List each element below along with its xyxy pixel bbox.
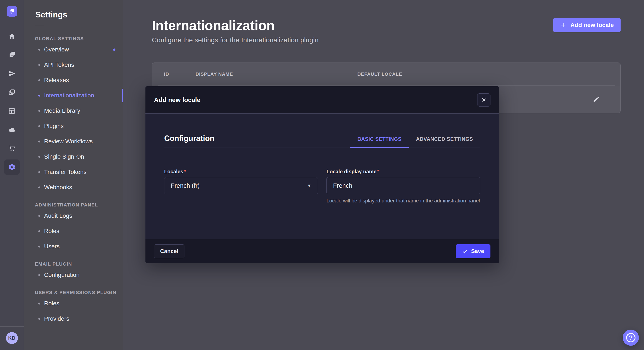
- locales-select[interactable]: French (fr) ▼: [164, 177, 318, 194]
- bullet-icon: [38, 156, 40, 158]
- user-avatar[interactable]: KD: [6, 332, 18, 344]
- bullet-icon: [38, 318, 40, 320]
- display-name-label: Locale display name: [326, 169, 376, 175]
- avatar-divider: [0, 326, 24, 327]
- bullet-icon: [38, 110, 40, 112]
- tab-basic-settings[interactable]: BASIC SETTINGS: [350, 136, 409, 148]
- settings-sidebar: Settings GLOBAL SETTINGS Overview API To…: [24, 0, 123, 350]
- feather-icon[interactable]: [4, 47, 20, 62]
- sidebar-item-single-sign-on[interactable]: Single Sign-On: [24, 149, 123, 164]
- sidebar-item-internationalization[interactable]: Internationalization: [24, 88, 123, 103]
- bullet-icon: [38, 49, 40, 51]
- main-icon-sidebar: KD: [0, 0, 24, 350]
- question-mark-icon: ?: [626, 333, 636, 342]
- save-button[interactable]: Save: [456, 244, 490, 258]
- bullet-icon: [38, 79, 40, 81]
- tab-advanced-settings[interactable]: ADVANCED SETTINGS: [409, 136, 480, 148]
- table-header-row: ID DISPLAY NAME DEFAULT LOCALE: [152, 63, 620, 85]
- sidebar-item-admin-roles[interactable]: Roles: [24, 223, 123, 239]
- settings-tabs: BASIC SETTINGS ADVANCED SETTINGS: [350, 136, 480, 148]
- bullet-icon: [38, 186, 40, 188]
- settings-gear-icon[interactable]: [4, 160, 20, 175]
- sidebar-item-email-configuration[interactable]: Configuration: [24, 267, 123, 283]
- modal-body: Configuration BASIC SETTINGS ADVANCED SE…: [146, 114, 499, 239]
- sidebar-item-review-workflows[interactable]: Review Workflows: [24, 134, 123, 149]
- section-global-settings: GLOBAL SETTINGS: [24, 35, 123, 42]
- modal-title: Add new locale: [154, 96, 200, 104]
- sidebar-item-plugins[interactable]: Plugins: [24, 118, 123, 134]
- edit-locale-button[interactable]: [590, 94, 602, 105]
- pencil-icon: [592, 96, 600, 103]
- bullet-icon: [38, 246, 40, 247]
- images-icon[interactable]: [4, 85, 20, 100]
- required-asterisk: *: [184, 169, 186, 175]
- strapi-admin-app: KD Settings GLOBAL SETTINGS Overview API…: [0, 0, 644, 350]
- cancel-button[interactable]: Cancel: [154, 244, 184, 258]
- title-rule: [35, 26, 44, 26]
- locales-field: Locales* French (fr) ▼: [164, 169, 318, 204]
- close-modal-button[interactable]: [477, 93, 490, 107]
- modal-header: Add new locale: [146, 86, 499, 114]
- check-icon: [462, 249, 468, 254]
- send-icon[interactable]: [4, 66, 20, 81]
- sidebar-item-webhooks[interactable]: Webhooks: [24, 180, 123, 195]
- column-header-id: ID: [164, 71, 196, 77]
- sidebar-item-releases[interactable]: Releases: [24, 72, 123, 88]
- bullet-icon: [38, 171, 40, 173]
- notification-dot: [113, 48, 116, 51]
- cloud-icon[interactable]: [4, 122, 20, 137]
- add-locale-modal: Add new locale Configuration BASIC SETTI…: [146, 86, 499, 263]
- plus-icon: [560, 22, 566, 28]
- locales-label: Locales: [164, 169, 183, 175]
- page-title: Internationalization: [152, 18, 318, 33]
- sidebar-item-up-providers[interactable]: Providers: [24, 311, 123, 326]
- bullet-icon: [38, 95, 40, 97]
- help-button[interactable]: ?: [623, 330, 639, 346]
- close-icon: [481, 97, 486, 103]
- bullet-icon: [38, 215, 40, 217]
- section-users-permissions-plugin: USERS & PERMISSIONS PLUGIN: [24, 289, 123, 296]
- section-administration-panel: ADMINISTRATION PANEL: [24, 202, 123, 208]
- required-asterisk: *: [377, 169, 379, 175]
- sidebar-item-audit-logs[interactable]: Audit Logs: [24, 208, 123, 223]
- sidebar-item-transfer-tokens[interactable]: Transfer Tokens: [24, 164, 123, 180]
- chevron-down-icon: ▼: [307, 183, 311, 188]
- add-new-locale-button[interactable]: Add new locale: [553, 18, 620, 32]
- section-email-plugin: EMAIL PLUGIN: [24, 261, 123, 267]
- column-header-display-name: DISPLAY NAME: [196, 71, 357, 77]
- bullet-icon: [38, 64, 40, 66]
- sidebar-item-overview[interactable]: Overview: [24, 42, 123, 57]
- home-icon[interactable]: [4, 28, 20, 44]
- modal-footer: Cancel Save: [146, 239, 499, 263]
- sidebar-item-admin-users[interactable]: Users: [24, 239, 123, 254]
- bullet-icon: [38, 125, 40, 127]
- column-header-default-locale: DEFAULT LOCALE: [357, 71, 574, 77]
- cart-icon[interactable]: [4, 141, 20, 156]
- main-nav-icons: [4, 28, 20, 175]
- bullet-icon: [38, 141, 40, 143]
- display-name-input[interactable]: [326, 177, 480, 194]
- layout-icon[interactable]: [4, 103, 20, 119]
- sidebar-item-api-tokens[interactable]: API Tokens: [24, 57, 123, 72]
- sidebar-item-up-roles[interactable]: Roles: [24, 296, 123, 311]
- sidebar-item-media-library[interactable]: Media Library: [24, 103, 123, 118]
- configuration-heading: Configuration: [164, 134, 214, 148]
- strapi-logo[interactable]: [6, 6, 17, 16]
- settings-sidebar-title: Settings: [24, 10, 123, 19]
- strapi-logo-icon: [7, 6, 17, 16]
- page-subtitle: Configure the settings for the Internati…: [152, 36, 318, 44]
- bullet-icon: [38, 303, 40, 305]
- bullet-icon: [38, 274, 40, 276]
- display-name-field: Locale display name* Locale will be disp…: [326, 169, 480, 204]
- bullet-icon: [38, 230, 40, 232]
- display-name-hint: Locale will be displayed under that name…: [326, 197, 480, 204]
